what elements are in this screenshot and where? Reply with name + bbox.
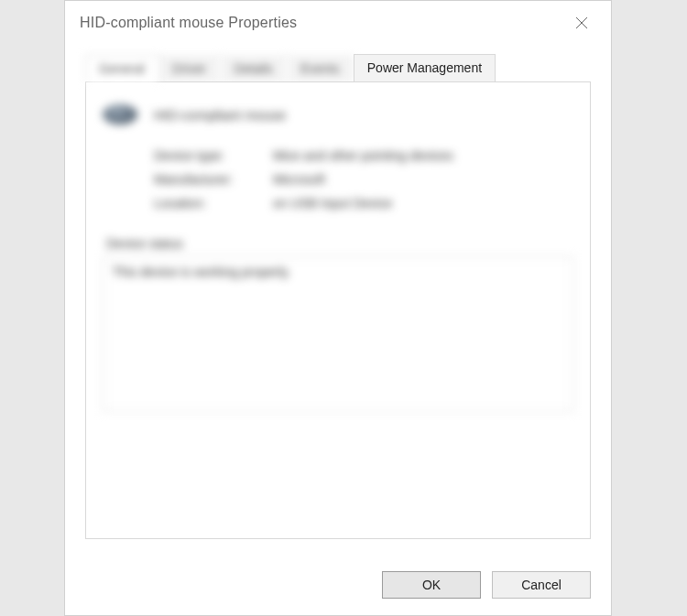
device-header: HID-compliant mouse (103, 104, 573, 124)
mouse-icon (103, 104, 137, 124)
info-value: Microsoft (273, 172, 325, 187)
info-value: on USB Input Device (273, 196, 392, 211)
tab-details[interactable]: Details (220, 55, 287, 82)
close-icon (575, 16, 588, 29)
close-button[interactable] (565, 6, 598, 39)
info-label: Device type: (154, 148, 273, 163)
device-name: HID-compliant mouse (154, 107, 286, 123)
properties-dialog: HID-compliant mouse Properties General D… (64, 0, 612, 616)
status-textbox: This device is working properly. (103, 256, 573, 412)
device-status-section: Device status This device is working pro… (103, 236, 573, 412)
tabs-row: General Driver Details Events Power Mana… (65, 45, 611, 82)
info-label: Manufacturer: (154, 172, 273, 187)
tab-driver[interactable]: Driver (158, 55, 220, 82)
cancel-button[interactable]: Cancel (492, 571, 591, 599)
dialog-buttons: OK Cancel (65, 557, 611, 615)
dialog-title: HID-compliant mouse Properties (80, 15, 297, 31)
tab-power-management[interactable]: Power Management (354, 54, 496, 82)
status-text: This device is working properly. (113, 265, 290, 279)
ok-button[interactable]: OK (382, 571, 481, 599)
info-row-location: Location: on USB Input Device (154, 196, 573, 211)
status-label: Device status (106, 236, 573, 251)
tab-panel-general: HID-compliant mouse Device type: Mice an… (85, 81, 591, 539)
info-label: Location: (154, 196, 273, 211)
device-info: Device type: Mice and other pointing dev… (154, 148, 573, 211)
info-row-type: Device type: Mice and other pointing dev… (154, 148, 573, 163)
info-row-manufacturer: Manufacturer: Microsoft (154, 172, 573, 187)
titlebar: HID-compliant mouse Properties (65, 1, 611, 45)
tab-general[interactable]: General (85, 55, 158, 82)
tab-events[interactable]: Events (287, 55, 354, 82)
info-value: Mice and other pointing devices (273, 148, 453, 163)
